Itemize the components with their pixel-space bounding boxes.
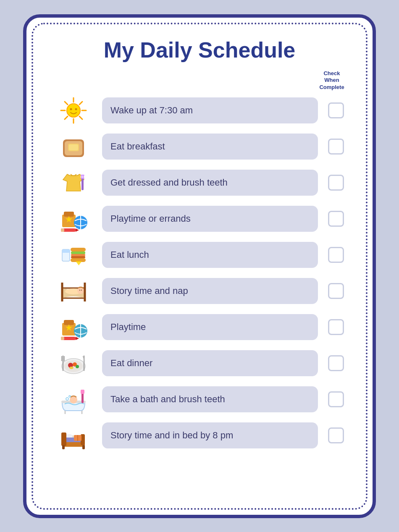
checkbox-cell-3[interactable]: [321, 211, 351, 227]
svg-rect-78: [62, 445, 65, 449]
svg-rect-27: [61, 228, 64, 232]
bread-icon: [59, 132, 88, 161]
svg-rect-14: [69, 144, 78, 150]
checkbox-cell-1[interactable]: [321, 139, 351, 155]
table-header: CheckWhenComplete: [48, 70, 351, 92]
dinner-icon: [59, 349, 88, 378]
table-row: Eat breakfast: [48, 130, 351, 163]
checkbox-cell-9[interactable]: [321, 427, 351, 443]
table-row: Eat dinner: [48, 346, 351, 380]
inner-content: My Daily Schedule CheckWhenComplete Wake: [40, 29, 359, 503]
activity-cell-5: Story time and nap: [102, 278, 318, 304]
icon-cell-2: [48, 166, 99, 199]
checkbox-5[interactable]: [328, 283, 344, 299]
checkbox-1[interactable]: [328, 139, 344, 155]
svg-point-67: [69, 396, 71, 397]
activity-cell-0: Wake up at 7:30 am: [102, 97, 318, 123]
svg-marker-35: [76, 261, 82, 265]
page-title: My Daily Schedule: [104, 37, 296, 63]
table-row: Wake up at 7:30 am: [48, 94, 351, 127]
svg-point-40: [79, 290, 80, 291]
svg-point-66: [66, 398, 68, 400]
icon-cell-3: [48, 202, 99, 236]
icon-cell-4: [48, 238, 99, 272]
svg-rect-74: [61, 432, 66, 446]
activity-cell-7: Eat dinner: [102, 350, 318, 376]
svg-rect-79: [82, 445, 85, 449]
bed-icon: [59, 421, 88, 450]
activity-cell-1: Eat breakfast: [102, 134, 318, 160]
table-row: Playtime: [48, 310, 351, 344]
checkbox-cell-7[interactable]: [321, 355, 351, 371]
svg-rect-30: [71, 248, 86, 252]
col-picture: [48, 70, 99, 92]
checkbox-cell-0[interactable]: [321, 102, 351, 118]
checkbox-cell-6[interactable]: [321, 319, 351, 335]
table-row: Take a bath and brush teeth: [48, 383, 351, 416]
svg-point-0: [67, 104, 80, 117]
checkbox-cell-4[interactable]: [321, 247, 351, 263]
checkbox-0[interactable]: [328, 102, 344, 118]
sandwich-icon: [59, 240, 88, 270]
checkbox-8[interactable]: [328, 391, 344, 407]
activity-cell-4: Eat lunch: [102, 242, 318, 268]
schedule-card: My Daily Schedule CheckWhenComplete Wake: [23, 14, 376, 518]
nap-icon: [59, 276, 88, 306]
activity-cell-8: Take a bath and brush teeth: [102, 386, 318, 412]
svg-rect-33: [71, 256, 85, 258]
icon-cell-1: [48, 130, 99, 163]
table-row: Get dressed and brush teeth: [48, 166, 351, 199]
icon-cell-0: [48, 94, 99, 127]
svg-point-10: [75, 108, 77, 110]
svg-line-6: [79, 116, 82, 119]
checkbox-6[interactable]: [328, 319, 344, 335]
svg-line-5: [65, 102, 68, 105]
svg-line-8: [65, 116, 68, 119]
bath-icon: [59, 385, 88, 414]
toys-icon: [59, 204, 88, 233]
icon-cell-7: [48, 346, 99, 380]
activity-cell-9: Story time and in bed by 8 pm: [102, 422, 318, 448]
svg-rect-32: [71, 254, 85, 256]
checkbox-7[interactable]: [328, 355, 344, 371]
icon-cell-9: [48, 419, 99, 452]
checkbox-4[interactable]: [328, 247, 344, 263]
svg-marker-26: [76, 228, 79, 232]
svg-rect-29: [62, 249, 70, 253]
toys2-icon: [59, 312, 88, 342]
table-row: Playtime or errands: [48, 202, 351, 236]
svg-point-41: [81, 290, 82, 291]
svg-rect-31: [71, 252, 85, 254]
table-row: Story time and in bed by 8 pm: [48, 419, 351, 452]
col-activity: [99, 70, 313, 92]
checkbox-cell-2[interactable]: [321, 175, 351, 191]
icon-cell-6: [48, 310, 99, 344]
svg-rect-69: [81, 390, 84, 394]
checkbox-cell-5[interactable]: [321, 283, 351, 299]
activity-cell-3: Playtime or errands: [102, 206, 318, 232]
checkbox-9[interactable]: [328, 427, 344, 443]
svg-marker-50: [76, 337, 79, 340]
svg-point-56: [76, 365, 79, 368]
svg-point-57: [69, 367, 74, 369]
col-check: CheckWhenComplete: [313, 70, 351, 92]
activity-cell-6: Playtime: [102, 314, 318, 340]
table-row: Eat lunch: [48, 238, 351, 272]
icon-cell-5: [48, 274, 99, 308]
schedule-list: Wake up at 7:30 am Eat breakfast: [48, 94, 351, 452]
svg-rect-51: [61, 337, 64, 340]
svg-line-7: [79, 102, 82, 105]
checkbox-3[interactable]: [328, 211, 344, 227]
icon-cell-8: [48, 383, 99, 416]
shirt-icon: [59, 168, 88, 197]
activity-cell-2: Get dressed and brush teeth: [102, 170, 318, 196]
table-row: Story time and nap: [48, 274, 351, 308]
sun-icon: [59, 96, 88, 125]
checkbox-cell-8[interactable]: [321, 391, 351, 407]
checkbox-2[interactable]: [328, 175, 344, 191]
svg-point-9: [70, 108, 72, 110]
